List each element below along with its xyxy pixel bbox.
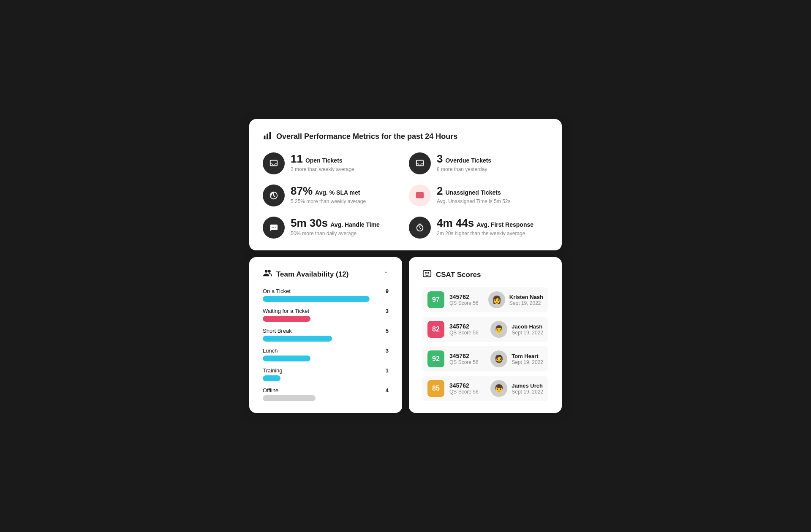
agent-avatar: 👨: [490, 321, 507, 338]
metric-sub-unassigned-tickets: Avg. Unassigned Time is 5m 52s: [437, 198, 511, 204]
avail-label-row: Short Break 5: [263, 328, 389, 334]
avail-count: 3: [386, 308, 389, 314]
availability-item: Offline 4: [263, 387, 389, 401]
csat-score-badge: 82: [427, 321, 444, 338]
avail-bar-fill: [263, 296, 370, 302]
csat-title: CSAT Scores: [436, 271, 481, 279]
avail-label: On a Ticket: [263, 288, 291, 294]
csat-agent: 🧔 Tom Heart Sept 19, 2022: [490, 350, 543, 367]
avail-label-row: Offline 4: [263, 387, 389, 394]
agent-info: Kristen Nash Sept 19, 2022: [509, 294, 543, 306]
csat-item: 92 345762 QS Score 56 🧔 Tom Heart Sept 1…: [422, 346, 548, 372]
csat-score-badge: 92: [427, 350, 444, 367]
avail-bar-fill: [263, 375, 280, 381]
csat-qs-score: QS Score 56: [449, 389, 485, 395]
csat-agent: 👩 Kristen Nash Sept 19, 2022: [488, 291, 543, 308]
avail-bar-bg: [263, 336, 389, 342]
timer-icon: [409, 217, 431, 239]
svg-point-13: [268, 270, 270, 272]
team-header: Team Availability (12) ⌃: [263, 269, 389, 280]
svg-rect-0: [264, 136, 266, 139]
avail-label: Waiting for a Ticket: [263, 308, 309, 314]
csat-header: CSAT Scores: [422, 269, 548, 280]
metric-main-sla-met: 87% Avg. % SLA met: [291, 185, 366, 198]
metric-content-first-response: 4m 44s Avg. First Response 2m 20s higher…: [437, 217, 533, 236]
agent-name: James Urch: [512, 383, 543, 389]
csat-card: CSAT Scores 97 345762 QS Score 56 👩 Kris…: [409, 257, 562, 413]
avail-label-row: Waiting for a Ticket 3: [263, 308, 389, 314]
avail-bar-bg: [263, 356, 389, 361]
metric-main-unassigned-tickets: 2 Unassigned Tickets: [437, 185, 511, 198]
inbox-icon: [409, 185, 431, 206]
team-availability-card: Team Availability (12) ⌃ On a Ticket 9 W…: [249, 257, 402, 413]
metric-overdue-tickets: 3 Overdue Tickets 8 more than yesterday: [409, 152, 548, 174]
metric-sub-first-response: 2m 20s higher than the weekly average: [437, 231, 533, 236]
csat-qs-score: QS Score 56: [449, 330, 485, 336]
agent-date: Sept 19, 2022: [509, 300, 543, 306]
csat-agent: 👨 Jacob Hash Sept 19, 2022: [490, 321, 543, 338]
metric-number-sla-met: 87%: [291, 185, 313, 198]
metric-sub-handle-time: 50% more than daily average: [291, 231, 380, 236]
svg-point-12: [265, 270, 267, 272]
agent-info: Jacob Hash Sept 19, 2022: [512, 323, 543, 336]
agent-name: Jacob Hash: [512, 323, 543, 330]
metric-label-first-response: Avg. First Response: [476, 221, 533, 228]
agent-info: Tom Heart Sept 19, 2022: [512, 353, 543, 365]
csat-ticket-info: 345762 QS Score 56: [449, 293, 483, 306]
metric-number-first-response: 4m 44s: [437, 217, 474, 230]
team-icon: [263, 269, 272, 280]
avail-bar-bg: [263, 375, 389, 381]
metric-sub-sla-met: 5.25% more than weekly average: [291, 198, 366, 204]
metrics-grid: 11 Open Tickets 2 more than weekly avera…: [263, 152, 548, 239]
availability-item: Training 1: [263, 367, 389, 381]
avail-count: 9: [386, 288, 389, 294]
metric-number-overdue-tickets: 3: [437, 152, 443, 166]
csat-ticket-id: 345762: [449, 353, 485, 359]
avail-label: Training: [263, 367, 282, 374]
avail-label-row: On a Ticket 9: [263, 288, 389, 294]
svg-point-16: [427, 272, 429, 274]
agent-date: Sept 19, 2022: [512, 359, 543, 365]
metric-content-overdue-tickets: 3 Overdue Tickets 8 more than yesterday: [437, 152, 491, 172]
svg-point-10: [275, 227, 276, 228]
agent-name: Kristen Nash: [509, 294, 543, 300]
availability-list: On a Ticket 9 Waiting for a Ticket 3 Sho…: [263, 288, 389, 401]
clock-icon: [263, 185, 285, 206]
avail-bar-fill: [263, 395, 316, 401]
metric-first-response: 4m 44s Avg. First Response 2m 20s higher…: [409, 217, 548, 239]
metric-main-open-tickets: 11 Open Tickets: [291, 152, 354, 166]
csat-ticket-id: 345762: [449, 323, 485, 330]
avail-count: 4: [386, 387, 389, 394]
csat-ticket-info: 345762 QS Score 56: [449, 353, 485, 365]
chevron-up-icon[interactable]: ⌃: [383, 270, 389, 278]
csat-ticket-info: 345762 QS Score 56: [449, 382, 485, 395]
avail-label: Offline: [263, 387, 278, 394]
avail-count: 3: [386, 347, 389, 354]
svg-point-15: [425, 272, 427, 274]
avail-bar-fill: [263, 356, 310, 361]
csat-item: 97 345762 QS Score 56 👩 Kristen Nash Sep…: [422, 287, 548, 312]
csat-item: 85 345762 QS Score 56 👦 James Urch Sept …: [422, 376, 548, 401]
metric-label-open-tickets: Open Tickets: [305, 157, 343, 164]
metric-sla-met: 87% Avg. % SLA met 5.25% more than weekl…: [263, 185, 402, 206]
avail-label: Short Break: [263, 328, 292, 334]
inbox-icon: [409, 152, 431, 174]
svg-point-9: [273, 227, 274, 228]
agent-avatar: 👦: [490, 380, 507, 397]
bar-chart-icon: [263, 131, 272, 142]
csat-score-badge: 85: [427, 380, 444, 397]
csat-ticket-id: 345762: [449, 293, 483, 300]
bottom-row: Team Availability (12) ⌃ On a Ticket 9 W…: [249, 257, 562, 413]
metric-content-sla-met: 87% Avg. % SLA met 5.25% more than weekl…: [291, 185, 366, 204]
avail-label: Lunch: [263, 347, 278, 354]
metric-content-handle-time: 5m 30s Avg. Handle Time 50% more than da…: [291, 217, 380, 236]
csat-agent: 👦 James Urch Sept 19, 2022: [490, 380, 543, 397]
metric-label-handle-time: Avg. Handle Time: [330, 221, 380, 228]
availability-item: On a Ticket 9: [263, 288, 389, 302]
availability-item: Waiting for a Ticket 3: [263, 308, 389, 322]
metric-unassigned-tickets: 2 Unassigned Tickets Avg. Unassigned Tim…: [409, 185, 548, 206]
metric-main-handle-time: 5m 30s Avg. Handle Time: [291, 217, 380, 230]
metric-label-unassigned-tickets: Unassigned Tickets: [445, 189, 501, 196]
inbox-icon: [263, 152, 285, 174]
csat-qs-score: QS Score 56: [449, 359, 485, 365]
